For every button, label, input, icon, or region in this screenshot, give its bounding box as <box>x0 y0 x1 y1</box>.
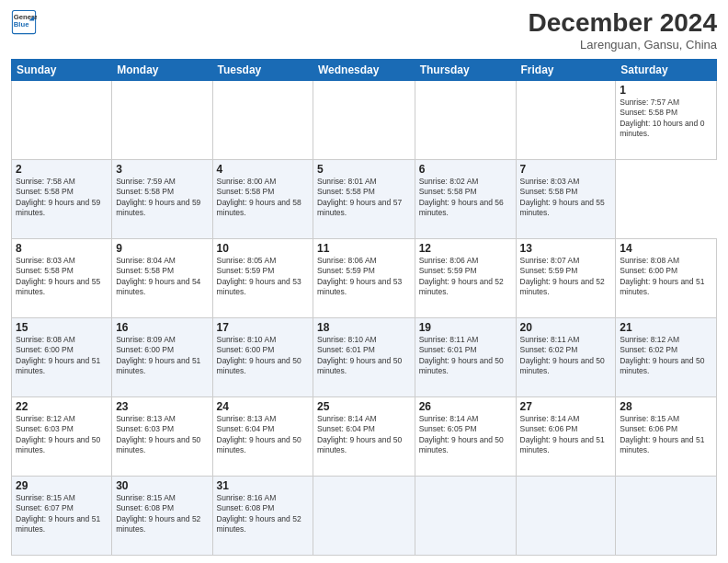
empty-day-cell <box>516 80 616 159</box>
day-cell: 6Sunrise: 8:02 AMSunset: 5:58 PMDaylight… <box>415 159 516 238</box>
empty-day-cell <box>313 476 415 555</box>
day-header-wednesday: Wednesday <box>313 59 415 80</box>
empty-day-cell <box>212 80 313 159</box>
day-cell: 19Sunrise: 8:11 AMSunset: 6:01 PMDayligh… <box>415 317 516 396</box>
day-cell: 10Sunrise: 8:05 AMSunset: 5:59 PMDayligh… <box>212 238 313 317</box>
day-cell: 21Sunrise: 8:12 AMSunset: 6:02 PMDayligh… <box>616 317 717 396</box>
day-cell: 16Sunrise: 8:09 AMSunset: 6:00 PMDayligh… <box>112 317 212 396</box>
day-cell: 1Sunrise: 7:57 AMSunset: 5:58 PMDaylight… <box>616 80 717 159</box>
logo-icon: General Blue <box>11 9 37 35</box>
day-cell: 30Sunrise: 8:15 AMSunset: 6:08 PMDayligh… <box>112 476 212 555</box>
header: General Blue December 2024 Larenguan, Ga… <box>11 9 717 52</box>
day-cell: 28Sunrise: 8:15 AMSunset: 6:06 PMDayligh… <box>616 396 717 476</box>
day-cell: 25Sunrise: 8:14 AMSunset: 6:04 PMDayligh… <box>313 396 415 476</box>
empty-day-cell <box>415 476 516 555</box>
day-cell: 4Sunrise: 8:00 AMSunset: 5:58 PMDaylight… <box>212 159 313 238</box>
day-cell: 14Sunrise: 8:08 AMSunset: 6:00 PMDayligh… <box>616 238 717 317</box>
day-cell: 31Sunrise: 8:16 AMSunset: 6:08 PMDayligh… <box>212 476 313 555</box>
empty-day-cell <box>415 80 516 159</box>
day-cell: 17Sunrise: 8:10 AMSunset: 6:00 PMDayligh… <box>212 317 313 396</box>
day-cell: 22Sunrise: 8:12 AMSunset: 6:03 PMDayligh… <box>12 396 112 476</box>
day-cell: 26Sunrise: 8:14 AMSunset: 6:05 PMDayligh… <box>415 396 516 476</box>
location-subtitle: Larenguan, Gansu, China <box>529 38 717 52</box>
svg-text:Blue: Blue <box>14 20 29 29</box>
month-title: December 2024 <box>529 9 717 38</box>
day-cell: 15Sunrise: 8:08 AMSunset: 6:00 PMDayligh… <box>12 317 112 396</box>
logo: General Blue <box>11 9 39 35</box>
day-cell: 13Sunrise: 8:07 AMSunset: 5:59 PMDayligh… <box>516 238 616 317</box>
calendar-week-row: 2Sunrise: 7:58 AMSunset: 5:58 PMDaylight… <box>12 159 717 238</box>
day-cell: 3Sunrise: 7:59 AMSunset: 5:58 PMDaylight… <box>112 159 212 238</box>
empty-day-cell <box>112 80 212 159</box>
day-cell: 5Sunrise: 8:01 AMSunset: 5:58 PMDaylight… <box>313 159 415 238</box>
day-header-tuesday: Tuesday <box>212 59 313 80</box>
day-cell: 9Sunrise: 8:04 AMSunset: 5:58 PMDaylight… <box>112 238 212 317</box>
calendar-week-row: 22Sunrise: 8:12 AMSunset: 6:03 PMDayligh… <box>12 396 717 476</box>
day-cell: 2Sunrise: 7:58 AMSunset: 5:58 PMDaylight… <box>12 159 112 238</box>
calendar-table: SundayMondayTuesdayWednesdayThursdayFrid… <box>11 59 717 556</box>
calendar-week-row: 8Sunrise: 8:03 AMSunset: 5:58 PMDaylight… <box>12 238 717 317</box>
day-header-sunday: Sunday <box>12 59 112 80</box>
empty-day-cell <box>616 476 717 555</box>
day-header-thursday: Thursday <box>415 59 516 80</box>
day-cell: 12Sunrise: 8:06 AMSunset: 5:59 PMDayligh… <box>415 238 516 317</box>
day-header-friday: Friday <box>516 59 616 80</box>
day-header-saturday: Saturday <box>616 59 717 80</box>
empty-day-cell <box>516 476 616 555</box>
day-cell: 8Sunrise: 8:03 AMSunset: 5:58 PMDaylight… <box>12 238 112 317</box>
calendar-week-row: 15Sunrise: 8:08 AMSunset: 6:00 PMDayligh… <box>12 317 717 396</box>
calendar-week-row: 29Sunrise: 8:15 AMSunset: 6:07 PMDayligh… <box>12 476 717 555</box>
day-cell: 7Sunrise: 8:03 AMSunset: 5:58 PMDaylight… <box>516 159 616 238</box>
day-cell: 18Sunrise: 8:10 AMSunset: 6:01 PMDayligh… <box>313 317 415 396</box>
day-cell: 29Sunrise: 8:15 AMSunset: 6:07 PMDayligh… <box>12 476 112 555</box>
calendar-container: General Blue December 2024 Larenguan, Ga… <box>0 0 728 563</box>
empty-day-cell <box>313 80 415 159</box>
calendar-header-row: SundayMondayTuesdayWednesdayThursdayFrid… <box>12 59 717 80</box>
empty-day-cell <box>12 80 112 159</box>
day-header-monday: Monday <box>112 59 212 80</box>
day-cell: 11Sunrise: 8:06 AMSunset: 5:59 PMDayligh… <box>313 238 415 317</box>
day-cell: 23Sunrise: 8:13 AMSunset: 6:03 PMDayligh… <box>112 396 212 476</box>
calendar-week-row: 1Sunrise: 7:57 AMSunset: 5:58 PMDaylight… <box>12 80 717 159</box>
day-cell: 20Sunrise: 8:11 AMSunset: 6:02 PMDayligh… <box>516 317 616 396</box>
title-block: December 2024 Larenguan, Gansu, China <box>529 9 717 52</box>
day-cell: 27Sunrise: 8:14 AMSunset: 6:06 PMDayligh… <box>516 396 616 476</box>
day-cell: 24Sunrise: 8:13 AMSunset: 6:04 PMDayligh… <box>212 396 313 476</box>
